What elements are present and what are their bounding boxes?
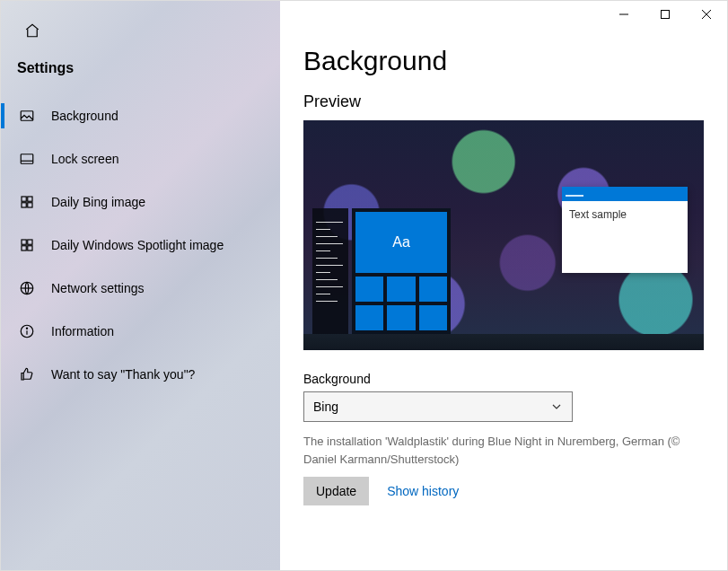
- svg-rect-15: [662, 11, 670, 19]
- sidebar-item-daily-spotlight[interactable]: Daily Windows Spotlight image: [1, 224, 280, 267]
- sidebar: Settings Background Lock screen: [1, 1, 280, 570]
- preview-sample-text: Text sample: [562, 201, 688, 228]
- maximize-button[interactable]: [645, 1, 686, 28]
- svg-point-13: [26, 328, 27, 329]
- svg-rect-3: [28, 197, 32, 201]
- svg-rect-6: [22, 240, 26, 244]
- image-icon: [17, 106, 37, 126]
- sidebar-item-network[interactable]: Network settings: [1, 267, 280, 310]
- background-select[interactable]: Bing: [303, 391, 573, 422]
- preview-image: Aa Text sample: [303, 120, 704, 350]
- globe-icon: [17, 278, 37, 298]
- lockscreen-icon: [17, 149, 37, 169]
- sidebar-item-information[interactable]: Information: [1, 310, 280, 353]
- minimize-button[interactable]: [603, 1, 645, 28]
- page-title: Background: [303, 46, 704, 76]
- background-field-label: Background: [303, 372, 704, 386]
- image-caption: The installation 'Waldplastik' during Bl…: [303, 433, 704, 468]
- action-row: Update Show history: [303, 477, 704, 505]
- preview-tiles: Aa: [352, 208, 451, 334]
- svg-rect-9: [28, 246, 32, 250]
- sidebar-item-background[interactable]: Background: [1, 94, 280, 137]
- content-area: Background Preview Aa Text sample: [280, 1, 727, 570]
- preview-applist: [312, 208, 348, 334]
- chevron-down-icon: [550, 400, 563, 413]
- sidebar-item-label: Want to say "Thank you"?: [51, 367, 195, 382]
- svg-rect-5: [28, 203, 32, 207]
- sidebar-item-lock-screen[interactable]: Lock screen: [1, 137, 280, 180]
- svg-rect-8: [22, 246, 26, 250]
- background-select-value: Bing: [313, 400, 550, 414]
- sidebar-item-thank-you[interactable]: Want to say "Thank you"?: [1, 353, 280, 396]
- window-titlebar: [280, 1, 727, 33]
- sidebar-item-label: Information: [51, 324, 114, 338]
- minimize-icon: [618, 9, 629, 20]
- maximize-icon: [660, 9, 671, 20]
- home-button[interactable]: [17, 15, 48, 46]
- preview-sample-window: Text sample: [562, 187, 688, 273]
- close-button[interactable]: [686, 1, 727, 28]
- preview-sample-window-titlebar: [562, 187, 688, 201]
- home-icon: [24, 22, 40, 39]
- sidebar-item-label: Background: [51, 109, 118, 123]
- app-title: Settings: [1, 49, 280, 94]
- close-icon: [701, 9, 712, 20]
- svg-rect-0: [21, 111, 33, 121]
- preview-tile-large: Aa: [355, 212, 447, 273]
- preview-start-menu: Aa: [312, 208, 451, 334]
- info-icon: [17, 321, 37, 341]
- sidebar-item-daily-bing[interactable]: Daily Bing image: [1, 180, 280, 224]
- grid-icon: [17, 192, 37, 212]
- sidebar-nav: Background Lock screen Daily Bing image: [1, 94, 280, 396]
- sidebar-item-label: Network settings: [51, 281, 144, 295]
- update-button[interactable]: Update: [303, 477, 369, 505]
- svg-rect-2: [22, 197, 26, 201]
- preview-heading: Preview: [303, 92, 704, 111]
- svg-rect-4: [22, 203, 26, 207]
- sidebar-item-label: Daily Windows Spotlight image: [51, 238, 224, 252]
- sidebar-item-label: Lock screen: [51, 152, 118, 166]
- thumbs-up-icon: [17, 365, 37, 384]
- svg-rect-7: [28, 240, 32, 244]
- grid-icon: [17, 235, 37, 255]
- show-history-link[interactable]: Show history: [387, 484, 459, 498]
- preview-taskbar: [303, 334, 704, 350]
- sidebar-item-label: Daily Bing image: [51, 195, 145, 209]
- svg-rect-1: [21, 154, 33, 164]
